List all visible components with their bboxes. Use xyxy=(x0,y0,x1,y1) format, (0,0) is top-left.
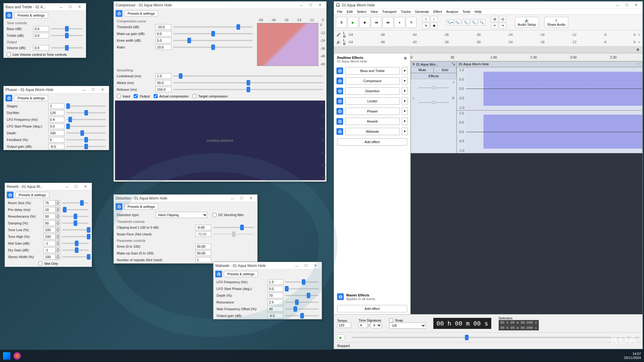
system-tray[interactable]: 14:07 25/11/2024 xyxy=(624,352,641,360)
maximize-icon[interactable]: ☐ xyxy=(622,2,631,8)
silence-icon[interactable]: ⊡ xyxy=(499,16,506,22)
pan-slider[interactable] xyxy=(418,102,449,109)
speed-slider[interactable] xyxy=(352,337,639,338)
output-checkbox[interactable] xyxy=(134,94,138,98)
fx-more-button[interactable]: ▾ xyxy=(402,67,408,74)
param-input[interactable] xyxy=(48,110,64,116)
minimize-icon[interactable]: — xyxy=(62,184,71,190)
close-icon[interactable]: ✕ xyxy=(311,263,320,269)
fx-more-button[interactable]: ▾ xyxy=(402,107,408,115)
param-slider[interactable] xyxy=(66,146,106,147)
menu-select[interactable]: Select xyxy=(357,10,366,13)
presets-button[interactable]: Presets & settings xyxy=(15,192,49,198)
maximize-icon[interactable]: ☐ xyxy=(301,263,311,269)
wave-menu-icon[interactable]: ⋯ xyxy=(637,62,640,66)
minimize-icon[interactable]: — xyxy=(292,263,301,269)
param-input[interactable] xyxy=(44,214,56,219)
zoom-out-icon[interactable]: 🔍- xyxy=(454,19,462,25)
mute-button[interactable]: Mute xyxy=(411,67,434,73)
titlebar[interactable]: Phaser - 01 Aqua Worm Hole — ☐ ✕ xyxy=(4,86,109,93)
fx-button[interactable]: Wahwah xyxy=(345,128,400,135)
spin-down[interactable]: ▼ xyxy=(56,210,60,212)
fx-button[interactable]: Reverb xyxy=(345,118,400,125)
param-input[interactable] xyxy=(267,299,283,305)
menu-analyze[interactable]: Analyze xyxy=(446,10,458,13)
clip-input[interactable] xyxy=(195,225,211,230)
param-input[interactable] xyxy=(44,220,56,226)
param-input[interactable] xyxy=(48,144,64,149)
param-slider[interactable] xyxy=(173,40,253,41)
fx-power-button[interactable]: ⏻ xyxy=(336,118,343,125)
menu-edit[interactable]: Edit xyxy=(347,10,353,13)
maximize-icon[interactable]: ☐ xyxy=(306,2,315,8)
power-button[interactable]: ⏻ xyxy=(215,271,222,277)
fx-power-button[interactable]: ⏻ xyxy=(336,128,343,135)
undo-icon[interactable]: ↶ xyxy=(491,23,498,29)
fx-button[interactable]: Limiter xyxy=(345,97,400,105)
selection-start[interactable]: 00 h 00 m 00.000 s xyxy=(499,320,539,325)
loop-button[interactable]: ↻ xyxy=(406,17,417,28)
fx-more-button[interactable]: ▾ xyxy=(402,128,408,135)
param-slider[interactable] xyxy=(62,250,89,251)
param-slider[interactable] xyxy=(66,132,106,134)
bass-slider[interactable] xyxy=(51,28,83,29)
audio-setup-button[interactable]: 🔊Audio Setup xyxy=(515,17,539,28)
param-input[interactable] xyxy=(155,31,171,36)
close-icon[interactable]: ✕ xyxy=(404,56,407,61)
drive-input[interactable] xyxy=(195,244,211,249)
menu-generate[interactable]: Generate xyxy=(415,10,429,13)
envelope-tool[interactable]: ↕ xyxy=(430,16,438,22)
param-slider[interactable] xyxy=(66,139,106,140)
target-checkbox[interactable] xyxy=(193,94,197,98)
taskbar-app-icon[interactable] xyxy=(13,352,21,360)
waveform-right[interactable] xyxy=(466,111,642,153)
spin-down[interactable]: ▼ xyxy=(56,250,60,253)
fx-more-button[interactable]: ▾ xyxy=(402,97,408,105)
power-button[interactable]: ⏻ xyxy=(116,203,122,210)
minimize-icon[interactable]: — xyxy=(613,2,622,8)
presets-button[interactable]: Presets & settings xyxy=(14,95,48,101)
wet-only-checkbox[interactable] xyxy=(38,261,42,265)
presets-button[interactable]: Presets & settings xyxy=(124,204,158,210)
spin-up[interactable]: ▲ xyxy=(56,214,60,216)
param-slider[interactable] xyxy=(62,243,89,244)
param-input[interactable] xyxy=(48,137,64,143)
fx-more-button[interactable]: ▾ xyxy=(402,87,408,95)
time-display[interactable]: 00 h 00 m 00 s xyxy=(433,318,491,329)
param-input[interactable] xyxy=(44,200,56,206)
param-input[interactable] xyxy=(44,227,56,233)
menu-file[interactable]: File xyxy=(337,10,343,13)
param-input[interactable] xyxy=(44,247,56,253)
param-slider[interactable] xyxy=(62,223,89,224)
share-audio-button[interactable]: ⇪Share Audio xyxy=(544,17,568,28)
spin-down[interactable]: ▼ xyxy=(56,230,60,233)
stop-button[interactable]: ■ xyxy=(359,17,370,28)
volume-slider[interactable] xyxy=(51,47,83,48)
zoom-toggle-icon[interactable]: 🔍 xyxy=(478,19,485,25)
spin-down[interactable]: ▼ xyxy=(56,257,60,260)
menu-view[interactable]: View xyxy=(370,10,378,13)
zoom-fit-icon[interactable]: 🔍 xyxy=(470,19,477,25)
timeline-ruler[interactable]: 0301:001:302:002:30 xyxy=(411,53,642,61)
param-slider[interactable] xyxy=(62,216,89,217)
param-input[interactable] xyxy=(155,38,171,43)
spin-up[interactable]: ▲ xyxy=(56,254,60,257)
spin-down[interactable]: ▼ xyxy=(56,243,60,246)
maximize-icon[interactable]: ☐ xyxy=(89,87,98,93)
param-slider[interactable] xyxy=(173,75,323,77)
spin-down[interactable]: ▼ xyxy=(56,223,60,226)
mic-icon[interactable]: 🎤 xyxy=(336,33,341,37)
master-power-button[interactable]: ⏻ xyxy=(337,293,344,300)
spin-up[interactable]: ▲ xyxy=(56,241,60,243)
presets-button[interactable]: Presets & settings xyxy=(14,12,48,18)
param-slider[interactable] xyxy=(62,229,89,231)
param-input[interactable] xyxy=(267,279,283,285)
track-close-icon[interactable]: ✕ xyxy=(412,62,415,66)
skip-end-button[interactable]: ⏭ xyxy=(382,17,393,28)
param-input[interactable] xyxy=(267,293,283,298)
play-slider-icon[interactable]: ○ xyxy=(638,40,640,44)
fx-power-button[interactable]: ⏻ xyxy=(336,98,343,105)
power-button[interactable]: ⏻ xyxy=(6,12,12,19)
actual-checkbox[interactable] xyxy=(154,94,158,98)
param-input[interactable] xyxy=(44,234,56,239)
